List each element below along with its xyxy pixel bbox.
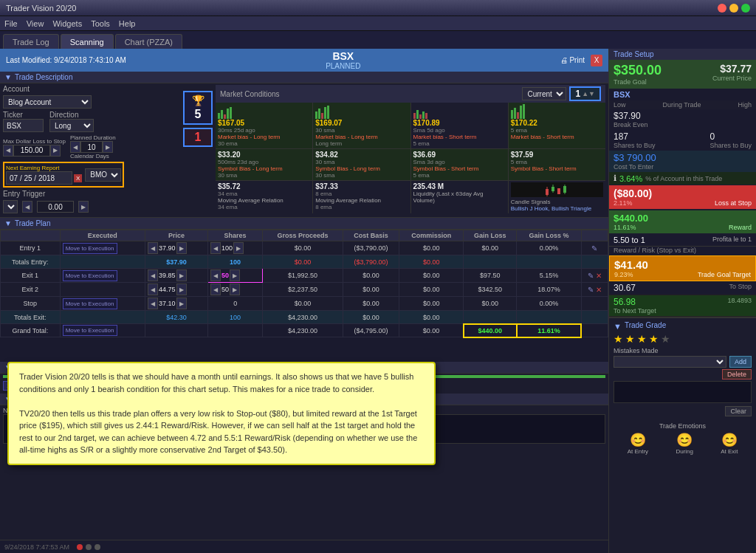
emotion-during-face[interactable]: 😊 bbox=[676, 432, 693, 448]
menu-widgets[interactable]: Widgets bbox=[52, 19, 82, 28]
trade-plan-table: Executed Price Shares Gross Proceeds Cos… bbox=[0, 230, 608, 338]
menu-view[interactable]: View bbox=[27, 19, 44, 28]
entry-trigger-inc[interactable]: ▶ bbox=[78, 201, 89, 213]
mc-header: Market Conditions Current 1 ▲▼ bbox=[216, 85, 605, 103]
delete-button[interactable]: Delete bbox=[722, 369, 752, 379]
mc-cell-10: $37.33 8 ema Moving Average Relation 8 e… bbox=[313, 181, 410, 213]
entry-trigger-input[interactable] bbox=[37, 201, 74, 213]
current-price-label: Current Price bbox=[712, 75, 752, 82]
exit1-exec-button[interactable]: Move to Execution bbox=[63, 270, 117, 281]
exit2-close-icon[interactable]: ✕ bbox=[596, 286, 602, 294]
totals-entry-label: Totals Entry: bbox=[1, 255, 61, 269]
stop-exec-btn[interactable]: Move to Execution bbox=[60, 297, 145, 311]
entry-trigger-dec[interactable]: ◀ bbox=[22, 201, 32, 213]
exit2-price-inc[interactable]: ▶ bbox=[176, 284, 187, 295]
entry1-price-inc[interactable]: ▶ bbox=[176, 242, 187, 254]
stop-price-dec[interactable]: ◀ bbox=[148, 298, 158, 309]
trade-goal-box: $350.00 Trade Goal $37.77 Current Price bbox=[609, 60, 756, 89]
entry1-exec-button[interactable]: Move to Execution bbox=[63, 243, 117, 254]
menu-help[interactable]: Help bbox=[119, 19, 136, 28]
ticker-input[interactable] bbox=[3, 119, 44, 132]
menu-file[interactable]: File bbox=[4, 19, 18, 28]
trade-goal-label: Trade Goal bbox=[614, 78, 662, 86]
star-2[interactable]: ★ bbox=[625, 333, 635, 345]
entry1-price-dec[interactable]: ◀ bbox=[148, 242, 158, 254]
maximize-window-btn[interactable] bbox=[741, 4, 750, 13]
table-row: Totals Exit: $42.30 100 $4,230.00 $0.00 … bbox=[1, 311, 608, 324]
tab-trade-log[interactable]: Trade Log bbox=[3, 34, 59, 49]
mc-type-select[interactable]: Current bbox=[522, 87, 566, 100]
mc-price-4: $170.22 bbox=[511, 119, 603, 127]
mc-cell-6: $34.82 30 sma Symbol Bias - Long term 30… bbox=[313, 149, 410, 180]
exit1-close-icon[interactable]: ✕ bbox=[596, 272, 602, 280]
exit1-gross: $1,992.50 bbox=[263, 269, 343, 283]
star-1[interactable]: ★ bbox=[614, 333, 623, 345]
mc-bias-5: Symbol Bias - Long term bbox=[218, 165, 310, 172]
mc-bias-12: Candle Signals bbox=[511, 199, 603, 205]
star-4[interactable]: ★ bbox=[649, 333, 659, 345]
mc-pattern-12: Bullish J Hook, Bullish Triangle bbox=[511, 205, 603, 212]
max-dollar-inc[interactable]: ▶ bbox=[50, 145, 61, 157]
exit1-commission: $0.00 bbox=[399, 269, 464, 283]
exit2-edit-icon[interactable]: ✎ bbox=[588, 286, 594, 294]
tab-scanning[interactable]: Scanning bbox=[61, 34, 114, 49]
exit2-cost: $0.00 bbox=[343, 283, 399, 297]
grand-total-gross: $4,230.00 bbox=[263, 324, 343, 337]
grand-total-exec-btn[interactable]: Move to Execution bbox=[60, 324, 145, 337]
stop-price-inc[interactable]: ▶ bbox=[176, 298, 187, 309]
clear-date-btn[interactable]: X bbox=[74, 174, 82, 182]
exit1-shares-dec[interactable]: ◀ bbox=[210, 269, 221, 281]
col-cost: Cost Basis bbox=[343, 230, 399, 241]
clear-button[interactable]: Clear bbox=[725, 406, 752, 416]
tooltip-overlay: Trader Vision 20/20 tells is that we sho… bbox=[7, 362, 436, 465]
max-dollar-dec[interactable]: ◀ bbox=[3, 145, 13, 157]
entry1-shares-dec[interactable]: ◀ bbox=[210, 242, 221, 254]
window-controls bbox=[718, 4, 750, 13]
close-button[interactable]: X bbox=[591, 55, 602, 66]
entry1-edit-icon[interactable]: ✎ bbox=[591, 244, 597, 253]
emotion-at-exit-face[interactable]: 😊 bbox=[721, 432, 738, 448]
emotion-at-entry-face[interactable]: 😊 bbox=[628, 432, 648, 448]
account-select[interactable]: Blog Account bbox=[3, 95, 92, 109]
loss-at-stop-value: ($80.00) bbox=[614, 188, 652, 199]
exit2-shares-dec[interactable]: ◀ bbox=[210, 284, 221, 295]
print-button[interactable]: 🖨 Print bbox=[560, 56, 585, 64]
stop-exec-button[interactable]: Move to Execution bbox=[63, 298, 117, 309]
earning-date-input[interactable] bbox=[6, 171, 72, 185]
tab-chart[interactable]: Chart (PZZA) bbox=[115, 34, 182, 49]
duration-input[interactable] bbox=[80, 141, 103, 153]
duration-dec[interactable]: ◀ bbox=[70, 141, 80, 153]
shares-to-buy-row: 187 Shares to Buy 0 Shares to Buy bbox=[609, 130, 756, 151]
direction-select[interactable]: Long bbox=[49, 119, 94, 132]
exit1-price-inc[interactable]: ▶ bbox=[176, 269, 187, 281]
entry1-shares-val: 100 bbox=[221, 244, 233, 252]
mistakes-select[interactable] bbox=[614, 356, 726, 368]
exit2-shares-inc[interactable]: ▶ bbox=[230, 284, 240, 295]
exit2-price-dec[interactable]: ◀ bbox=[148, 284, 158, 295]
grand-total-commission: $0.00 bbox=[399, 324, 464, 337]
entry1-edit[interactable]: ✎ bbox=[581, 241, 608, 255]
entry1-exec-btn[interactable]: Move to Execution bbox=[60, 241, 145, 255]
menu-tools[interactable]: Tools bbox=[91, 19, 110, 28]
mc-price-3: $170.89 bbox=[413, 119, 506, 127]
star-5[interactable]: ★ bbox=[661, 333, 670, 345]
close-window-btn[interactable] bbox=[718, 4, 726, 13]
bull-icon: 🏆 bbox=[192, 95, 205, 106]
entry1-gain-loss-pct: 0.00% bbox=[517, 241, 581, 255]
max-dollar-input[interactable] bbox=[13, 145, 50, 157]
add-button[interactable]: Add bbox=[729, 356, 752, 368]
entry-trigger-select[interactable] bbox=[3, 200, 18, 213]
duration-inc[interactable]: ▶ bbox=[103, 141, 113, 153]
entry1-shares-inc[interactable]: ▶ bbox=[233, 242, 244, 254]
stars-row: ★ ★ ★ ★ ★ bbox=[614, 333, 752, 345]
entry1-price: ◀ 37.90 ▶ bbox=[145, 241, 208, 255]
exit2-shares-val: 50 bbox=[221, 286, 229, 293]
star-3[interactable]: ★ bbox=[637, 333, 647, 345]
grand-exec-button[interactable]: Move to Execution bbox=[63, 325, 117, 336]
earning-option-select[interactable]: BMO bbox=[85, 168, 121, 182]
exit1-exec-btn[interactable]: Move to Execution bbox=[60, 269, 145, 283]
exit1-shares-inc[interactable]: ▶ bbox=[230, 269, 240, 281]
minimize-window-btn[interactable] bbox=[729, 4, 738, 13]
exit1-edit-icon[interactable]: ✎ bbox=[588, 272, 594, 280]
exit1-price-dec[interactable]: ◀ bbox=[148, 269, 158, 281]
